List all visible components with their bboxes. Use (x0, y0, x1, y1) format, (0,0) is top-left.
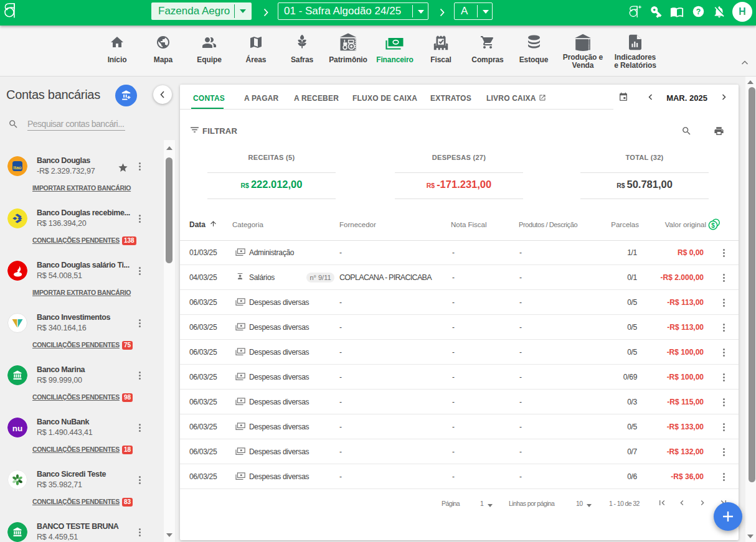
svg-text:nu: nu (12, 424, 23, 433)
svg-text:?: ? (696, 7, 701, 16)
svg-text:$: $ (711, 222, 715, 229)
svg-text:Itaú: Itaú (13, 165, 22, 171)
